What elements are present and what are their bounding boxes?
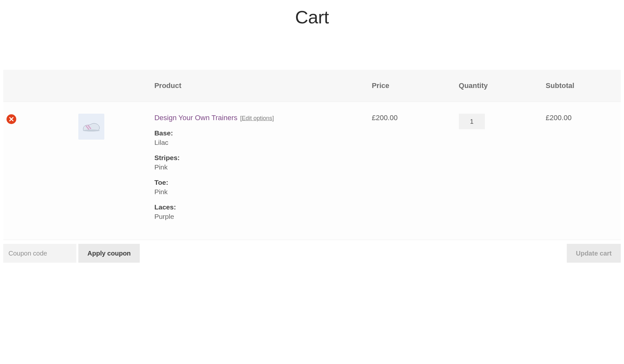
update-cart-button[interactable]: Update cart [567,244,621,263]
col-product: Product [151,70,369,102]
apply-coupon-button[interactable]: Apply coupon [78,244,140,263]
product-name-link[interactable]: Design Your Own Trainers [154,114,238,122]
close-icon [9,117,14,121]
variation-value: Pink [154,188,168,195]
variation-label: Base: [154,129,365,137]
product-thumbnail[interactable] [78,114,104,140]
variation-label: Stripes: [154,154,365,162]
variation-value: Purple [154,213,174,220]
remove-item-button[interactable] [6,114,16,124]
svg-point-0 [83,130,100,132]
variation-label: Laces: [154,203,365,211]
cart-actions: Apply coupon Update cart [3,240,621,267]
item-subtotal: £200.00 [542,102,621,240]
coupon-code-input[interactable] [3,244,76,263]
col-price: Price [369,70,456,102]
cart-table: Product Price Quantity Subtotal [3,70,621,240]
page-title: Cart [3,6,621,28]
cart-row: Design Your Own Trainers [Edit options] … [3,102,621,240]
edit-options-link[interactable]: [Edit options] [240,115,274,121]
variation-label: Toe: [154,179,365,186]
trainer-icon [82,120,101,133]
item-price: £200.00 [369,102,456,240]
col-quantity: Quantity [456,70,543,102]
variation-value: Pink [154,163,168,171]
col-remove [3,70,69,102]
col-thumbnail [69,70,151,102]
variation-list: Base: Lilac Stripes: Pink Toe: Pink Lace… [154,129,365,221]
col-subtotal: Subtotal [542,70,621,102]
quantity-input[interactable] [459,114,485,129]
variation-value: Lilac [154,139,168,146]
